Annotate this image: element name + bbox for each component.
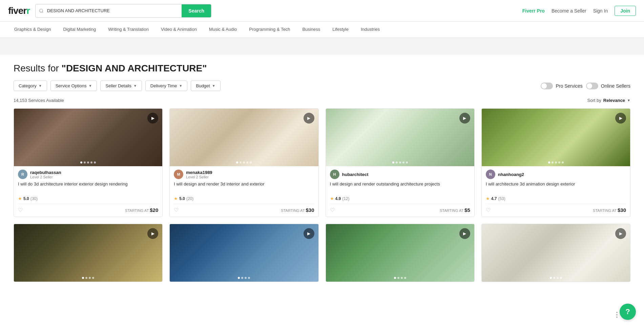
price-area: STARTING AT $30 — [281, 207, 314, 213]
card-1[interactable]: ▶ R raqebulhassan Level 2 Seller I will … — [14, 108, 163, 217]
logo[interactable]: fiverr — [8, 5, 30, 16]
carousel-dot — [550, 277, 552, 279]
rating-value: 5.0 — [23, 196, 29, 201]
carousel-dot — [248, 277, 250, 279]
favorite-button[interactable]: ♡ — [330, 207, 335, 213]
filter-label: Category — [19, 83, 37, 88]
cat-nav-item-lifestyle[interactable]: Lifestyle — [326, 22, 355, 38]
carousel-dots — [394, 277, 406, 279]
carousel-dot — [243, 161, 245, 163]
play-button[interactable]: ▶ — [615, 228, 626, 239]
card-image: ▶ — [482, 109, 630, 166]
price-area: STARTING AT $5 — [440, 207, 470, 213]
card-title: I will do 3d architecture interior exter… — [18, 181, 158, 193]
carousel-dot — [404, 277, 406, 279]
filter-label: Budget — [196, 83, 210, 88]
card-image: ▶ — [14, 224, 162, 282]
card-3[interactable]: ▶ H hubarchitect I will design and rende… — [326, 108, 475, 217]
carousel-dot — [238, 277, 240, 279]
online-sellers-toggle[interactable] — [586, 83, 598, 89]
toggle-wrap-online-sellers-toggle: Online Sellers — [586, 83, 630, 89]
search-button[interactable]: Search — [182, 4, 211, 17]
price-area: STARTING AT $30 — [593, 207, 626, 213]
play-button[interactable]: ▶ — [459, 228, 470, 239]
favorite-button[interactable]: ♡ — [174, 207, 179, 213]
toggle-label-online-sellers-toggle: Online Sellers — [601, 83, 630, 89]
cat-nav-item-industries[interactable]: Industries — [355, 22, 386, 38]
carousel-dot — [553, 277, 555, 279]
cat-nav-item-graphics--design[interactable]: Graphics & Design — [8, 22, 57, 38]
play-button[interactable]: ▶ — [147, 113, 158, 124]
carousel-dot — [92, 277, 94, 279]
sort-by-label: Sort by — [587, 98, 601, 103]
header: fiverr Search Fiverr Pro Become a Seller… — [0, 0, 644, 22]
card-7[interactable]: ▶ — [326, 224, 475, 282]
header-nav: Fiverr Pro Become a Seller Sign In Join — [522, 6, 636, 16]
carousel-dot — [548, 161, 550, 163]
become-seller-link[interactable]: Become a Seller — [552, 8, 586, 14]
cat-nav-item-business[interactable]: Business — [296, 22, 326, 38]
card-2[interactable]: ▶ M menaka1989 Level 2 Seller I will des… — [169, 108, 318, 217]
join-button[interactable]: Join — [615, 6, 636, 16]
filter-chevron-icon: ▼ — [88, 84, 92, 88]
starting-at-label: STARTING AT — [440, 209, 464, 213]
favorite-button[interactable]: ♡ — [486, 207, 491, 213]
carousel-dot — [80, 161, 82, 163]
card-4[interactable]: ▶ N nhanhoang2 I will architecture 3d an… — [481, 108, 630, 217]
seller-text: raqebulhassan Level 2 Seller — [30, 170, 61, 179]
toggle-wrap-pro-services-toggle: Pro Services — [541, 83, 582, 89]
seller-name: nhanhoang2 — [498, 172, 524, 177]
price-value: $5 — [464, 207, 470, 213]
category-filter[interactable]: Category▼ — [14, 81, 47, 91]
cat-nav-item-video--animation[interactable]: Video & Animation — [155, 22, 203, 38]
card-image: ▶ — [14, 109, 162, 166]
carousel-dot — [562, 161, 564, 163]
card-body: N nhanhoang2 I will architecture 3d anim… — [482, 166, 630, 217]
price-area: STARTING AT $20 — [125, 207, 158, 213]
play-button[interactable]: ▶ — [304, 228, 314, 239]
seller-avatar: M — [174, 170, 183, 179]
fiverr-pro-link[interactable]: Fiverr Pro — [522, 8, 545, 14]
card-8[interactable]: ▶ — [481, 224, 630, 282]
filter-chevron-icon: ▼ — [212, 84, 215, 88]
cat-nav-item-writing--translation[interactable]: Writing & Translation — [102, 22, 155, 38]
cat-nav-item-digital-marketing[interactable]: Digital Marketing — [57, 22, 102, 38]
results-title: Results for "DESIGN AND ARCHITECTURE" — [14, 63, 630, 74]
card-5[interactable]: ▶ — [14, 224, 163, 282]
card-image: ▶ — [326, 224, 474, 282]
results-query: "DESIGN AND ARCHITECTURE" — [62, 63, 207, 73]
card-6[interactable]: ▶ — [169, 224, 318, 282]
budget-filter[interactable]: Budget▼ — [191, 81, 220, 91]
service-options-filter[interactable]: Service Options▼ — [50, 81, 97, 91]
search-icon — [36, 8, 47, 13]
carousel-dot — [558, 161, 560, 163]
carousel-dot — [245, 277, 247, 279]
delivery-time-filter[interactable]: Delivery Time▼ — [145, 81, 188, 91]
pro-services-toggle[interactable] — [541, 83, 553, 89]
cat-nav-item-programming--tech[interactable]: Programming & Tech — [243, 22, 296, 38]
cat-nav-item-music--audio[interactable]: Music & Audio — [203, 22, 243, 38]
seller-details-filter[interactable]: Seller Details▼ — [100, 81, 142, 91]
seller-info: M menaka1989 Level 2 Seller — [174, 170, 314, 179]
category-nav: Graphics & DesignDigital MarketingWritin… — [0, 22, 644, 38]
rating-value: 5.0 — [179, 196, 185, 201]
carousel-dot — [402, 161, 404, 163]
star-icon: ★ — [174, 196, 178, 201]
play-button[interactable]: ▶ — [304, 113, 314, 124]
card-footer: ♡ STARTING AT $5 — [330, 204, 470, 213]
sign-in-link[interactable]: Sign In — [593, 8, 608, 14]
favorite-button[interactable]: ♡ — [18, 207, 23, 213]
sort-by-dropdown[interactable]: Sort by Relevance ▼ — [587, 98, 630, 103]
carousel-dots — [236, 161, 252, 163]
star-icon: ★ — [18, 196, 22, 201]
carousel-dot — [392, 161, 394, 163]
card-body: R raqebulhassan Level 2 Seller I will do… — [14, 166, 162, 217]
play-button[interactable]: ▶ — [615, 113, 626, 124]
search-input[interactable] — [47, 4, 182, 17]
seller-name: hubarchitect — [342, 172, 369, 177]
cards-grid: ▶ R raqebulhassan Level 2 Seller I will … — [14, 108, 630, 282]
play-button[interactable]: ▶ — [459, 113, 470, 124]
price-value: $30 — [618, 207, 626, 213]
play-button[interactable]: ▶ — [147, 228, 158, 239]
seller-level: Level 2 Seller — [186, 175, 212, 179]
